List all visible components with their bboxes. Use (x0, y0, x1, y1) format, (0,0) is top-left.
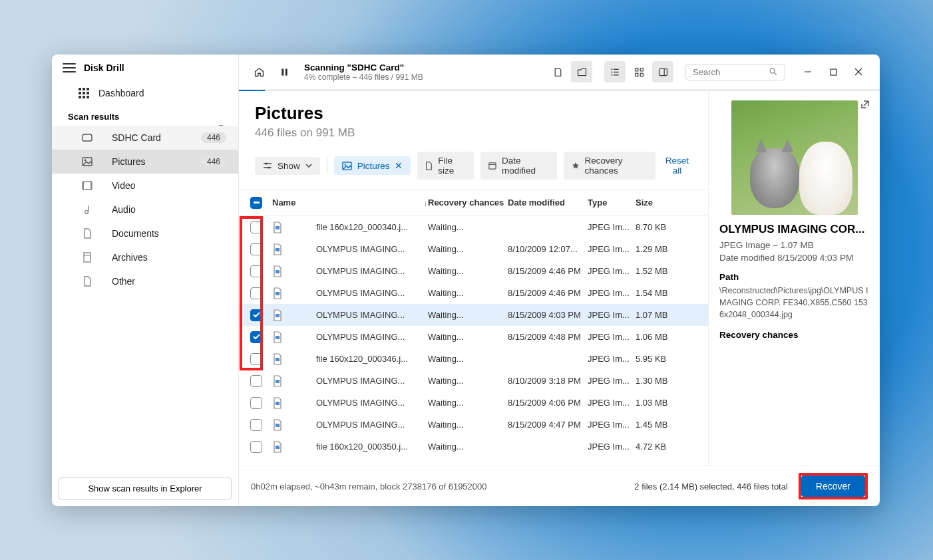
sidebar-item-documents[interactable]: Documents (52, 221, 238, 245)
app-title: Disk Drill (84, 63, 124, 73)
table-row[interactable]: OLYMPUS IMAGING...Waiting...8/15/2009 4:… (239, 260, 708, 282)
col-type[interactable]: Type (588, 198, 636, 208)
cell-size: 1.30 MB (636, 376, 683, 386)
folder-view-icon[interactable] (571, 61, 592, 82)
home-button[interactable] (248, 61, 270, 82)
table-row[interactable]: OLYMPUS IMAGING...Waiting...8/10/2009 3:… (239, 370, 708, 392)
cell-recovery: Waiting... (428, 244, 508, 254)
sidebar-item-label: Audio (112, 204, 136, 215)
cell-size: 4.72 KB (636, 442, 683, 452)
table-row[interactable]: OLYMPUS IMAGING...Waiting...8/15/2009 4:… (239, 304, 708, 326)
row-checkbox[interactable] (250, 331, 262, 343)
show-filter[interactable]: Show (255, 157, 320, 175)
minimize-button[interactable] (796, 63, 820, 81)
sidebar-item-sdhc-card[interactable]: SDHC Card 446 (52, 126, 238, 150)
cell-size: 1.06 MB (636, 332, 683, 342)
row-checkbox[interactable] (250, 265, 262, 277)
svg-rect-34 (831, 69, 837, 75)
cell-size: 8.70 KB (636, 222, 683, 232)
cell-type: JPEG Im... (588, 310, 636, 320)
list-view-icon[interactable] (604, 61, 626, 82)
sidebar-item-label: SDHC Card (112, 132, 161, 143)
sidebar-item-audio[interactable]: Audio (52, 198, 238, 221)
cell-size: 1.45 MB (636, 420, 683, 430)
table-row[interactable]: OLYMPUS IMAGING...Waiting...8/10/2009 12… (239, 238, 708, 260)
select-all-checkbox[interactable] (250, 197, 262, 209)
table-row[interactable]: OLYMPUS IMAGING...Waiting...8/15/2009 4:… (239, 392, 708, 414)
row-checkbox[interactable] (250, 419, 262, 431)
cell-date: 8/15/2009 4:06 PM (508, 398, 588, 408)
col-recovery[interactable]: Recovery chances (428, 198, 508, 208)
svg-rect-0 (79, 88, 81, 90)
row-checkbox[interactable] (250, 243, 262, 255)
file-view-icon[interactable] (547, 61, 568, 82)
table-row[interactable]: file 160x120_000350.j...Waiting...JPEG I… (239, 436, 708, 458)
file-name: file 160x120_000340.j... (316, 222, 408, 232)
row-checkbox[interactable] (250, 375, 262, 387)
sidebar-item-pictures[interactable]: Pictures 446 (52, 150, 238, 174)
open-external-icon[interactable] (860, 99, 870, 110)
star-icon (572, 161, 580, 170)
cell-date: 8/15/2009 4:48 PM (508, 332, 588, 342)
preview-path: \Reconstructed\Pictures\jpg\OLYMPUS IMAG… (719, 285, 869, 321)
sidebar-item-label: Documents (112, 228, 159, 239)
date-filter[interactable]: Date modified (480, 152, 556, 180)
cell-recovery: Waiting... (428, 354, 508, 364)
row-checkbox[interactable] (250, 287, 262, 299)
cell-type: JPEG Im... (588, 376, 636, 386)
svg-rect-51 (276, 358, 280, 361)
sidebar-item-other[interactable]: Other (52, 269, 238, 293)
table-row[interactable]: OLYMPUS IMAGING...Waiting...8/15/2009 4:… (239, 282, 708, 304)
svg-point-42 (344, 164, 345, 165)
recovery-filter[interactable]: Recovery chances (564, 152, 655, 180)
table-row[interactable]: file 160x120_000340.j...Waiting...JPEG I… (239, 216, 708, 238)
col-date[interactable]: Date modified (508, 198, 588, 208)
row-checkbox[interactable] (250, 441, 262, 453)
col-name[interactable]: Name↓ (268, 198, 428, 208)
row-checkbox[interactable] (250, 397, 262, 409)
svg-rect-52 (276, 380, 280, 383)
reset-all-button[interactable]: Reset all (662, 156, 692, 176)
table-row[interactable]: OLYMPUS IMAGING...Waiting...8/15/2009 4:… (239, 326, 708, 348)
file-icon (425, 161, 433, 171)
show-in-explorer-button[interactable]: Show scan results in Explorer (59, 478, 232, 499)
scan-subtitle: 4% complete – 446 files / 991 MB (304, 72, 423, 82)
row-checkbox[interactable] (250, 309, 262, 321)
footer: 0h02m elapsed, ~0h43m remain, block 2738… (239, 466, 880, 506)
col-size[interactable]: Size (636, 198, 683, 208)
svg-rect-18 (285, 69, 287, 75)
svg-rect-7 (83, 96, 85, 98)
cell-recovery: Waiting... (428, 398, 508, 408)
pause-button[interactable] (274, 61, 295, 82)
svg-point-24 (611, 74, 612, 75)
sidebar-dashboard[interactable]: Dashboard (52, 81, 238, 105)
sidebar-item-video[interactable]: Video (52, 174, 238, 198)
cell-recovery: Waiting... (428, 420, 508, 430)
search-field[interactable] (685, 64, 785, 80)
file-name: OLYMPUS IMAGING... (316, 398, 405, 408)
clear-filter-icon[interactable]: ✕ (395, 160, 403, 171)
cell-size: 1.52 MB (636, 266, 683, 276)
grid-view-icon[interactable] (628, 61, 650, 82)
audio-icon (81, 204, 93, 215)
maximize-button[interactable] (821, 63, 845, 81)
row-checkbox[interactable] (250, 353, 262, 365)
cell-type: JPEG Im... (588, 420, 636, 430)
document-icon (81, 228, 93, 239)
close-button[interactable] (846, 63, 870, 81)
row-checkbox[interactable] (250, 221, 262, 233)
file-name: OLYMPUS IMAGING... (316, 332, 405, 342)
sidebar-item-archives[interactable]: Archives (52, 245, 238, 269)
search-input[interactable] (693, 67, 769, 77)
pictures-filter[interactable]: Pictures ✕ (334, 156, 411, 175)
recover-button[interactable]: Recover (801, 476, 865, 497)
svg-rect-28 (640, 73, 643, 76)
svg-rect-6 (79, 96, 81, 98)
table-row[interactable]: OLYMPUS IMAGING...Waiting...8/15/2009 4:… (239, 414, 708, 436)
grid-icon (79, 88, 89, 98)
filesize-filter[interactable]: File size (417, 152, 474, 180)
table-row[interactable]: file 160x120_000346.j...Waiting...JPEG I… (239, 348, 708, 370)
svg-rect-55 (276, 446, 280, 449)
panel-view-icon[interactable] (652, 61, 673, 82)
menu-icon[interactable] (63, 63, 76, 72)
